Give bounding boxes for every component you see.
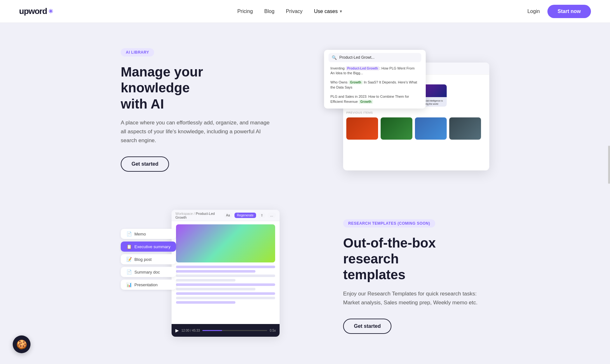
audio-play-button[interactable]: ▶: [175, 328, 179, 333]
text-line: [176, 266, 275, 268]
template-text-lines: [176, 266, 275, 304]
cookie-icon: 🍪: [16, 339, 27, 350]
section1-description: A place where you can effortlessly add, …: [121, 118, 273, 145]
template-content: [172, 221, 280, 307]
text-line: [176, 270, 255, 273]
audio-timestamp: 12:00 / 45:33: [181, 329, 200, 332]
section-research-templates: 📄 Memo 📋 Executive summary 📝 Blog post 📄…: [83, 197, 527, 364]
font-size-btn[interactable]: Aa: [224, 213, 233, 218]
text-line: [176, 283, 275, 286]
mock-previous-cards-row: [346, 117, 486, 140]
nav-blog[interactable]: Blog: [264, 9, 274, 14]
cookie-widget[interactable]: 🍪: [13, 335, 32, 354]
mock-prev-card[interactable]: [415, 117, 447, 140]
mock-prev-card[interactable]: [346, 117, 378, 140]
navbar: upword✳ Pricing Blog Privacy Use cases ▼…: [0, 0, 610, 23]
text-line: [176, 292, 275, 295]
regenerate-button[interactable]: Regenerate: [234, 213, 256, 218]
search-query: Product-Led Growt...: [339, 55, 375, 60]
search-result-item[interactable]: PLG and Sales in 2023: How to Combine Th…: [329, 93, 421, 105]
search-icon: 🔍: [332, 55, 337, 60]
summary-doc-icon: 📄: [126, 269, 132, 275]
search-result-item[interactable]: Who Owns Growth In SaaS? It Depends. Her…: [329, 79, 421, 91]
template-topbar: Workspace / Product-Led Growth Aa Regene…: [172, 210, 280, 221]
presentation-icon: 📊: [126, 282, 132, 287]
logo-text: upword: [19, 6, 47, 16]
section2-description: Enjoy our Research Templates for quick r…: [343, 289, 489, 307]
highlight-tag: Product-Led Growth: [346, 66, 380, 70]
nav-right: Login Start now: [527, 5, 591, 18]
settings-button[interactable]: …: [268, 213, 276, 218]
start-now-button[interactable]: Start now: [547, 5, 591, 18]
nav-use-cases[interactable]: Use cases ▼: [314, 9, 343, 14]
breadcrumb: Workspace / Product-Led Growth: [175, 212, 220, 219]
logo-star-icon: ✳: [48, 8, 53, 15]
text-line: [176, 279, 235, 281]
template-item-memo[interactable]: 📄 Memo: [121, 229, 176, 239]
audio-progress-bar[interactable]: [202, 330, 267, 331]
text-line: [176, 275, 275, 277]
section1-get-started-button[interactable]: Get started: [121, 156, 169, 172]
chevron-down-icon: ▼: [339, 9, 343, 14]
logo[interactable]: upword✳: [19, 6, 53, 16]
template-item-summary-doc[interactable]: 📄 Summary doc: [121, 267, 176, 277]
template-sidebar: 📄 Memo 📋 Executive summary 📝 Blog post 📄…: [121, 229, 176, 290]
template-hero-image: [176, 224, 275, 262]
text-line: [176, 297, 275, 299]
audio-progress-fill: [202, 330, 222, 331]
template-mockup-wrap: 📄 Memo 📋 Executive summary 📝 Blog post 📄…: [121, 210, 280, 343]
template-main-mockup: Workspace / Product-Led Growth Aa Regene…: [172, 210, 280, 337]
section-ai-library: AI LIBRARY Manage your knowledge with AI…: [83, 23, 527, 197]
section2-heading: Out-of-the-box research templates: [343, 235, 489, 283]
search-results: Inventing Product-Led Growth: How PLG We…: [329, 65, 421, 105]
login-link[interactable]: Login: [527, 9, 540, 14]
section2-right: RESEARCH TEMPLATES (COMING SOON) Out-of-…: [343, 219, 489, 334]
memo-icon: 📄: [126, 231, 132, 236]
blog-post-icon: 📝: [126, 257, 132, 262]
template-item-presentation[interactable]: 📊 Presentation: [121, 280, 176, 290]
highlight-tag: Growth: [359, 100, 373, 104]
section2-get-started-button[interactable]: Get started: [343, 319, 391, 334]
executive-summary-icon: 📋: [126, 244, 132, 249]
section1-left: AI LIBRARY Manage your knowledge with AI…: [121, 48, 273, 172]
template-item-executive-summary[interactable]: 📋 Executive summary: [121, 242, 176, 252]
audio-speed-label: 0.5x: [270, 329, 276, 332]
nav-links: Pricing Blog Privacy Use cases ▼: [237, 9, 343, 14]
research-templates-badge: RESEARCH TEMPLATES (COMING SOON): [343, 219, 435, 228]
mock-prev-card[interactable]: [449, 117, 481, 140]
mock-prev-card[interactable]: [381, 117, 412, 140]
search-result-item[interactable]: Inventing Product-Led Growth: How PLG We…: [329, 65, 421, 77]
cookie-button[interactable]: 🍪: [13, 335, 30, 353]
nav-privacy[interactable]: Privacy: [286, 9, 302, 14]
text-line: [176, 301, 235, 304]
ai-library-badge: AI LIBRARY: [121, 48, 154, 56]
nav-pricing[interactable]: Pricing: [237, 9, 253, 14]
page-content: AI LIBRARY Manage your knowledge with AI…: [0, 23, 610, 364]
section1-heading: Manage your knowledge with AI: [121, 64, 273, 112]
template-item-blog-post[interactable]: 📝 Blog post: [121, 254, 176, 264]
audio-player: ▶ 12:00 / 45:33 0.5x: [172, 324, 280, 337]
section1-right: 🔍 Product-Led Growt... Inventing Product…: [324, 50, 489, 170]
text-line: [176, 288, 255, 290]
search-bar[interactable]: 🔍 Product-Led Growt...: [329, 53, 421, 62]
previous-items-label: PREVIOUS ITEMS: [346, 111, 486, 116]
search-popup: 🔍 Product-Led Growt... Inventing Product…: [324, 50, 426, 109]
highlight-tag: Growth: [349, 80, 363, 84]
scrollbar[interactable]: [608, 146, 610, 184]
share-button[interactable]: ⇧: [258, 213, 266, 218]
